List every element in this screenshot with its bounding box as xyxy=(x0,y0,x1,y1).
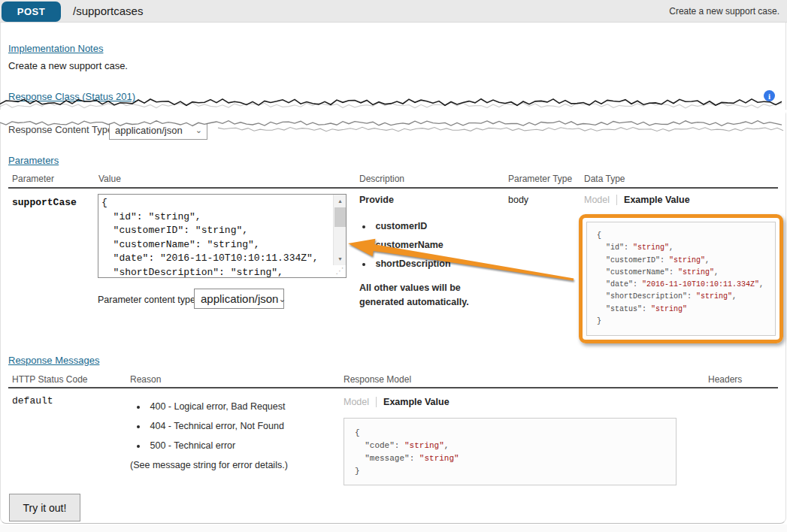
json-line: } xyxy=(355,465,676,478)
response-content-type-value: application/json xyxy=(115,125,183,136)
scrollbar-up-icon[interactable]: ▲ xyxy=(334,195,347,207)
info-icon: i xyxy=(764,90,775,101)
description-intro: Provide xyxy=(359,195,394,205)
parameter-value-textarea[interactable] xyxy=(98,195,334,277)
column-header-parameter: Parameter xyxy=(12,174,54,184)
json-line: "status": "string" xyxy=(597,304,775,316)
chevron-down-icon: ⌄ xyxy=(278,294,286,304)
endpoint-summary: Create a new support case. xyxy=(669,6,779,17)
parameter-type-value: body xyxy=(508,195,528,205)
operation-header[interactable]: POST /supportcases Create a new support … xyxy=(0,0,787,23)
column-header-http-status-code: HTTP Status Code xyxy=(12,374,88,385)
column-header-description: Description xyxy=(359,174,404,184)
column-header-parameter-type: Parameter Type xyxy=(508,174,572,184)
column-header-data-type: Data Type xyxy=(584,174,625,184)
table-header-rule xyxy=(8,387,778,388)
description-note: All other values will be generated autom… xyxy=(359,281,498,310)
json-line: } xyxy=(597,316,775,328)
page-background xyxy=(0,524,787,532)
tab-model[interactable]: Model xyxy=(344,397,369,407)
response-model-json-box: { "code": "string", "message": "string"} xyxy=(344,418,677,485)
post-method-badge[interactable]: POST xyxy=(2,2,61,22)
tab-example-value[interactable]: Example Value xyxy=(624,195,690,205)
resize-grip-icon[interactable]: ⋰ xyxy=(334,265,346,277)
chevron-down-icon: ⌄ xyxy=(195,125,202,135)
scrollbar[interactable]: ▲ ▼ xyxy=(333,195,346,265)
parameter-content-type-select[interactable]: application/json ⌄ xyxy=(194,289,284,309)
parameter-value-editor[interactable]: ▲ ▼ ⋰ xyxy=(98,194,347,278)
response-messages-link[interactable]: Response Messages xyxy=(8,355,99,366)
list-item: customerID xyxy=(362,221,451,231)
endpoint-path[interactable]: /supportcases xyxy=(73,5,143,17)
column-header-value: Value xyxy=(98,174,121,184)
column-header-response-model: Response Model xyxy=(344,374,411,385)
scrollbar-thumb[interactable] xyxy=(334,207,346,227)
response-content-type-label: Response Content Type xyxy=(8,124,113,135)
swagger-operation-panel: POST /supportcases Create a new support … xyxy=(0,0,787,532)
tab-model[interactable]: Model xyxy=(584,195,610,205)
json-line: "shortDescription": "string", xyxy=(597,291,775,303)
parameters-link[interactable]: Parameters xyxy=(8,155,59,166)
tab-example-value[interactable]: Example Value xyxy=(383,397,449,407)
try-it-out-button[interactable]: Try it out! xyxy=(9,494,80,521)
parameter-content-type-value: application/json xyxy=(201,292,278,305)
json-line: "code": "string", xyxy=(355,440,676,452)
list-item: 404 - Technical error, Not Found xyxy=(137,421,285,431)
parameter-content-type-label: Parameter content type: xyxy=(98,295,198,305)
json-line: "message": "string" xyxy=(355,452,676,465)
response-model-tabs: Model Example Value xyxy=(344,397,449,407)
status-code-value: default xyxy=(12,395,53,407)
scrollbar-down-icon[interactable]: ▼ xyxy=(334,253,347,264)
reason-note: (See message string for error details.) xyxy=(130,460,288,470)
list-item: customerName xyxy=(362,240,451,250)
column-header-headers: Headers xyxy=(708,374,742,385)
json-line: "customerName": "string", xyxy=(597,267,775,279)
list-item: 500 - Technical error xyxy=(137,440,285,451)
json-line: { xyxy=(355,427,676,440)
tab-divider xyxy=(376,397,377,407)
implementation-notes-link[interactable]: Implementation Notes xyxy=(8,43,103,54)
list-item: 400 - Logical error, Bad Request xyxy=(137,401,285,412)
column-header-reason: Reason xyxy=(130,374,161,385)
json-line: "customerID": "string", xyxy=(597,255,775,267)
description-field-list: customerID customerName shortDescription xyxy=(362,221,451,277)
json-line: "date": "2016-11-10T10:10:11.334Z", xyxy=(597,279,775,291)
list-item: shortDescription xyxy=(362,258,451,269)
example-value-json-box: { "id": "string", "customerID": "string"… xyxy=(586,222,776,336)
json-line: "id": "string", xyxy=(597,242,775,254)
data-type-tabs: Model Example Value xyxy=(584,195,690,205)
json-line: { xyxy=(597,230,775,242)
tab-divider xyxy=(616,195,617,205)
parameter-name: supportCase xyxy=(12,197,77,208)
response-class-link[interactable]: Response Class (Status 201) xyxy=(8,91,135,102)
response-content-type-select[interactable]: application/json ⌄ xyxy=(109,121,207,140)
table-header-rule xyxy=(8,187,778,189)
implementation-notes-text: Create a new support case. xyxy=(8,60,128,71)
reason-list: 400 - Logical error, Bad Request 404 - T… xyxy=(137,401,285,460)
